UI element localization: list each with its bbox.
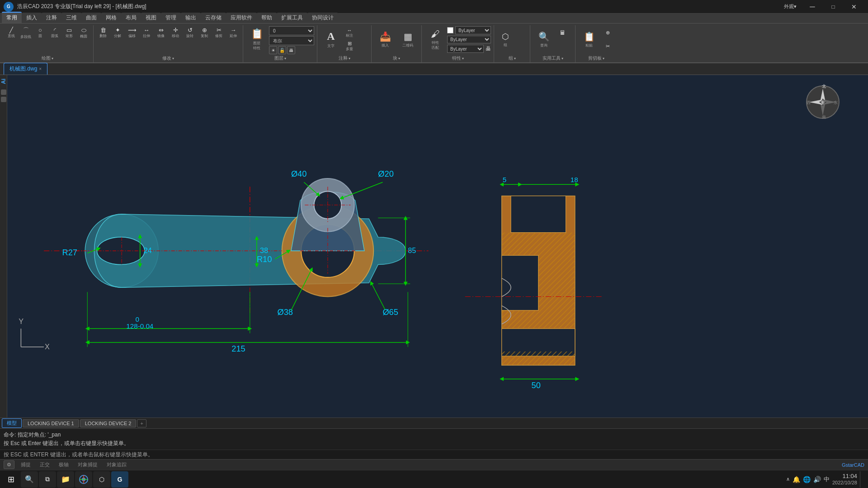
status-ortho[interactable]: 正交 xyxy=(37,460,52,469)
win-external-btn[interactable]: 外观▾ xyxy=(778,3,802,10)
ribbon-content: ╱直线 ⌒多段线 ○圆 ◜圆弧 ▭矩形 ⬭椭圆 绘图 ▾ xyxy=(0,23,868,63)
tool-line[interactable]: ╱直线 xyxy=(5,26,18,39)
systray-expand[interactable]: ∧ xyxy=(786,476,790,482)
systray-network[interactable]: 🌐 xyxy=(803,476,811,483)
rtab-扩展工具[interactable]: 扩展工具 xyxy=(277,13,307,23)
group-groups-label[interactable]: 组 ▾ xyxy=(497,54,527,62)
group-block-label[interactable]: 块 ▾ xyxy=(374,54,419,62)
tool-dim[interactable]: ↔标注 xyxy=(343,26,356,39)
start-button[interactable]: ⊞ xyxy=(2,471,20,488)
tool-calc[interactable]: 🖩 xyxy=(556,26,569,39)
group-clipboard-label[interactable]: 剪切板 ▾ xyxy=(578,54,614,62)
layout-tab-2[interactable]: LOCKING DEVICE 2 xyxy=(80,419,137,427)
tool-paste[interactable]: 📋粘贴 xyxy=(578,26,600,52)
compass: 北 南 东 西 上 xyxy=(805,84,841,120)
gstar-button[interactable]: G xyxy=(111,471,128,488)
layer-lock[interactable]: 🔓 xyxy=(278,46,286,54)
group-annotation-body: A文字 ↔标注 ⊞多重 xyxy=(320,26,368,54)
tool-mirror[interactable]: ⇔镜像 xyxy=(154,26,168,39)
doc-tab[interactable]: 机械图.dwg × xyxy=(4,63,47,75)
layout-tab-1[interactable]: LOCKING DEVICE 1 xyxy=(23,419,79,427)
tool-stretch[interactable]: ↔拉伸 xyxy=(140,26,153,39)
layer-color-select[interactable]: 布尔 xyxy=(269,36,314,45)
group-utils-label[interactable]: 实用工具 ▾ xyxy=(533,54,572,62)
tool-rect[interactable]: ▭矩形 xyxy=(62,26,76,39)
ai-label[interactable]: Ai xyxy=(0,77,7,86)
lineweight-select[interactable]: ByLayer xyxy=(447,45,484,53)
tool-rotate[interactable]: ↺旋转 xyxy=(183,26,197,39)
tool-insert[interactable]: 📥插入 xyxy=(374,26,396,52)
win-close-btn[interactable]: ✕ xyxy=(844,0,864,14)
cmd-line1: 命令: 指定对角点: '_pan xyxy=(4,431,864,439)
win-maximize-btn[interactable]: □ xyxy=(823,0,844,14)
tool-text[interactable]: A文字 xyxy=(320,26,342,52)
layout-tab-add[interactable]: + xyxy=(137,419,146,427)
ime-indicator[interactable]: 中 xyxy=(824,475,830,483)
tool-layer-prop[interactable]: 📋图层特性 xyxy=(246,26,268,52)
layer-print[interactable]: 🖶 xyxy=(287,46,295,54)
rtab-协同设计[interactable]: 协同设计 xyxy=(307,13,338,23)
group-layer-label[interactable]: 图层 ▾ xyxy=(246,54,314,62)
systray-volume[interactable]: 🔊 xyxy=(813,476,821,483)
clock[interactable]: 11:04 2022/10/28 xyxy=(832,473,857,486)
group-properties-label[interactable]: 特性 ▾ xyxy=(425,54,491,62)
rtab-视图[interactable]: 视图 xyxy=(141,13,161,23)
status-polar[interactable]: 极轴 xyxy=(56,460,71,469)
status-grid[interactable]: 捕捉 xyxy=(18,460,33,469)
rtab-插入[interactable]: 插入 xyxy=(22,13,42,23)
tool-clipboard-copy[interactable]: ⊕ xyxy=(601,26,614,39)
rtab-管理[interactable]: 管理 xyxy=(161,13,181,23)
tool-trim[interactable]: ✂修剪 xyxy=(212,26,226,39)
rtab-布局[interactable]: 布局 xyxy=(121,13,141,23)
sidebar-icon-1[interactable] xyxy=(1,89,6,95)
linetype-select[interactable]: ByLayer xyxy=(447,36,491,43)
layer-select[interactable]: 0 xyxy=(269,26,314,35)
show-desktop[interactable] xyxy=(860,471,863,488)
taskview-button[interactable]: ⧉ xyxy=(39,471,56,488)
doc-tab-close[interactable]: × xyxy=(39,66,42,71)
rtab-常用[interactable]: 常用 xyxy=(2,12,22,23)
rtab-网格[interactable]: 网格 xyxy=(101,13,121,23)
explorer-button[interactable]: 📁 xyxy=(57,471,74,488)
canvas-area[interactable]: Ø40 Ø20 Ø38 Ø65 R27 R10 24 xyxy=(7,75,868,418)
tool-multi[interactable]: ⊞多重 xyxy=(343,40,356,52)
tool-match-prop[interactable]: 🖌特性匹配 xyxy=(425,26,446,52)
win-minimize-btn[interactable]: ─ xyxy=(802,0,823,14)
group-modify-label[interactable]: 修改 ▾ xyxy=(96,54,240,62)
tool-offset[interactable]: ⟿偏移 xyxy=(125,26,139,39)
tool-circle[interactable]: ○圆 xyxy=(33,26,47,39)
tool-cut[interactable]: ✂ xyxy=(601,40,614,52)
systray-bell[interactable]: 🔔 xyxy=(793,476,800,483)
group-annotation-label[interactable]: 注释 ▾ xyxy=(320,54,368,62)
tool-qrcode[interactable]: ▦二维码 xyxy=(397,26,419,52)
rtab-曲面[interactable]: 曲面 xyxy=(81,13,101,23)
svg-text:215: 215 xyxy=(231,344,245,353)
rtab-帮助[interactable]: 帮助 xyxy=(257,13,277,23)
tool-ellipse[interactable]: ⬭椭圆 xyxy=(77,26,90,39)
color-select[interactable]: ByLayer xyxy=(455,26,491,34)
tool-explode[interactable]: ✦分解 xyxy=(111,26,124,39)
rtab-三维[interactable]: 三维 xyxy=(61,13,81,23)
tool-copy[interactable]: ⊕复制 xyxy=(198,26,211,39)
tool-group[interactable]: ⬡组 xyxy=(497,26,514,52)
tool-extend[interactable]: →延伸 xyxy=(226,26,240,39)
group-draw-label[interactable]: 绘图 ▾ xyxy=(5,54,90,62)
search-button[interactable]: 🔍 xyxy=(21,471,38,488)
rtab-注释[interactable]: 注释 xyxy=(42,13,61,23)
sidebar-icon-2[interactable] xyxy=(1,97,6,102)
layer-freeze[interactable]: ☀ xyxy=(269,46,277,54)
edge-button[interactable]: ⬡ xyxy=(93,471,110,488)
layout-tab-model[interactable]: 模型 xyxy=(2,418,22,428)
chrome-button[interactable] xyxy=(75,471,92,488)
tool-delete[interactable]: 🗑删除 xyxy=(96,26,110,39)
tool-arc[interactable]: ◜圆弧 xyxy=(48,26,61,39)
status-track[interactable]: 对象追踪 xyxy=(104,460,129,469)
rtab-云存储[interactable]: 云存储 xyxy=(201,13,226,23)
tool-move[interactable]: ✛移动 xyxy=(169,26,182,39)
status-snap[interactable]: 对象捕捉 xyxy=(75,460,100,469)
snap-toggle[interactable]: ⚙ xyxy=(4,460,14,469)
tool-polyline[interactable]: ⌒多段线 xyxy=(19,26,33,39)
rtab-输出[interactable]: 输出 xyxy=(181,13,201,23)
tool-query[interactable]: 🔍查询 xyxy=(533,26,555,52)
rtab-应用软件[interactable]: 应用软件 xyxy=(226,13,257,23)
